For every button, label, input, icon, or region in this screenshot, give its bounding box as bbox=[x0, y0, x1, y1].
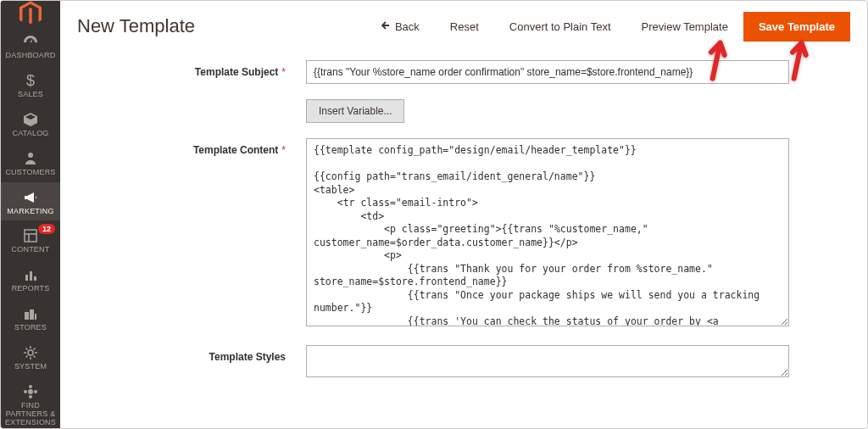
svg-point-11 bbox=[28, 350, 33, 355]
template-styles-label: Template Styles bbox=[86, 345, 306, 381]
svg-rect-5 bbox=[25, 275, 28, 281]
svg-rect-6 bbox=[30, 271, 32, 281]
preview-template-button[interactable]: Preview Template bbox=[626, 12, 743, 42]
template-styles-textarea[interactable] bbox=[306, 345, 789, 377]
sidebar-item-partners[interactable]: FIND PARTNERS & EXTENSIONS bbox=[1, 376, 60, 429]
sidebar-label: STORES bbox=[3, 324, 58, 332]
save-template-button[interactable]: Save Template bbox=[743, 12, 850, 42]
sidebar-item-stores[interactable]: STORES bbox=[1, 298, 60, 337]
sidebar-item-catalog[interactable]: CATALOG bbox=[1, 104, 60, 143]
sidebar-label: REPORTS bbox=[3, 285, 58, 293]
back-button[interactable]: Back bbox=[364, 12, 435, 42]
sidebar-item-customers[interactable]: CUSTOMERS bbox=[1, 143, 60, 182]
template-subject-label: Template Subject* bbox=[86, 60, 306, 84]
template-content-textarea[interactable] bbox=[306, 138, 789, 326]
sidebar-item-content[interactable]: CONTENT 12 bbox=[1, 220, 60, 259]
reset-button[interactable]: Reset bbox=[435, 12, 494, 42]
svg-point-13 bbox=[24, 390, 27, 393]
svg-rect-2 bbox=[25, 230, 36, 242]
sidebar-label: SYSTEM bbox=[3, 363, 58, 371]
admin-sidebar: DASHBOARD $ SALES CATALOG CUSTOMERS MARK… bbox=[1, 1, 60, 429]
dashboard-icon bbox=[3, 33, 58, 50]
svg-rect-10 bbox=[35, 314, 36, 320]
svg-point-14 bbox=[34, 390, 37, 393]
sidebar-label: FIND PARTNERS & EXTENSIONS bbox=[3, 402, 58, 427]
main-content: New Template Back Reset Convert to Plain… bbox=[60, 1, 867, 429]
svg-text:$: $ bbox=[26, 72, 35, 89]
sidebar-item-dashboard[interactable]: DASHBOARD bbox=[1, 26, 60, 65]
svg-rect-7 bbox=[34, 276, 36, 281]
notification-badge: 12 bbox=[38, 224, 55, 234]
gear-icon bbox=[3, 344, 58, 361]
sidebar-label: MARKETING bbox=[3, 208, 58, 216]
person-icon bbox=[3, 150, 58, 167]
template-form: Template Subject* Insert Variable... Tem… bbox=[60, 52, 867, 413]
sidebar-item-system[interactable]: SYSTEM bbox=[1, 337, 60, 376]
page-header: New Template Back Reset Convert to Plain… bbox=[60, 1, 867, 52]
svg-rect-9 bbox=[30, 309, 34, 320]
sidebar-item-sales[interactable]: $ SALES bbox=[1, 65, 60, 104]
svg-rect-8 bbox=[25, 312, 29, 320]
sidebar-label: CATALOG bbox=[3, 130, 58, 138]
box-icon bbox=[3, 111, 58, 128]
arrow-left-icon bbox=[380, 20, 390, 33]
svg-point-16 bbox=[29, 395, 32, 398]
sidebar-label: CUSTOMERS bbox=[3, 169, 58, 177]
svg-point-15 bbox=[29, 385, 32, 388]
bars-icon bbox=[3, 266, 58, 283]
convert-plain-text-button[interactable]: Convert to Plain Text bbox=[494, 12, 626, 42]
sidebar-label: CONTENT bbox=[3, 246, 58, 254]
sidebar-label: DASHBOARD bbox=[3, 52, 58, 60]
partners-icon bbox=[3, 383, 58, 400]
stores-icon bbox=[3, 305, 58, 322]
sidebar-item-reports[interactable]: REPORTS bbox=[1, 259, 60, 298]
template-content-label: Template Content* bbox=[86, 138, 306, 330]
insert-variable-button[interactable]: Insert Variable... bbox=[306, 99, 404, 123]
svg-point-12 bbox=[28, 389, 33, 394]
dollar-icon: $ bbox=[3, 72, 58, 89]
megaphone-icon bbox=[3, 189, 58, 206]
svg-point-1 bbox=[28, 153, 33, 158]
sidebar-label: SALES bbox=[3, 91, 58, 99]
magento-logo[interactable] bbox=[1, 1, 60, 26]
sidebar-item-marketing[interactable]: MARKETING bbox=[1, 182, 60, 221]
template-subject-input[interactable] bbox=[306, 60, 789, 84]
page-title: New Template bbox=[77, 15, 195, 37]
